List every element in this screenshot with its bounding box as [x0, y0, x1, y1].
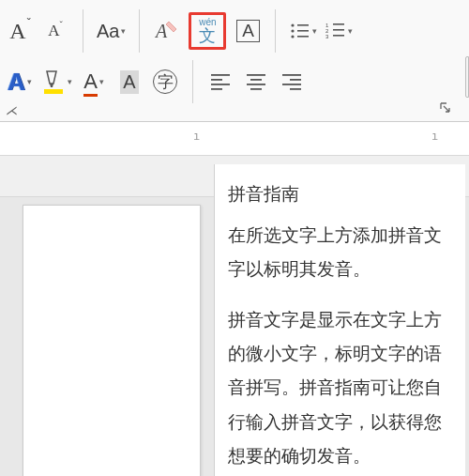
svg-rect-4	[297, 30, 309, 32]
chevron-down-icon: ▾	[348, 26, 353, 36]
svg-rect-14	[211, 74, 230, 76]
align-center-icon	[246, 73, 266, 90]
text-effects-button[interactable]: A ▾	[6, 66, 34, 98]
highlight-pen-icon	[41, 69, 66, 95]
shrink-font-icon: A	[48, 22, 59, 40]
tooltip-title: 拼音指南	[228, 177, 458, 211]
phonetic-guide-button[interactable]: wén 文	[189, 12, 226, 50]
bullets-button[interactable]: ▾	[289, 15, 317, 47]
caret-up-small-icon: ˇ	[59, 21, 62, 31]
svg-text:A: A	[154, 21, 168, 41]
chevron-down-icon: ▾	[27, 77, 32, 86]
separator	[139, 9, 140, 53]
numbering-button[interactable]: 1 2 3 ▾	[325, 15, 353, 47]
separator	[275, 9, 276, 53]
svg-rect-19	[250, 79, 262, 81]
ruler-tick: ı	[193, 130, 200, 143]
font-color-button[interactable]: A ▾	[80, 66, 108, 98]
chevron-down-icon: ▾	[99, 77, 104, 86]
align-right-button[interactable]	[278, 66, 306, 98]
align-center-button[interactable]	[242, 66, 270, 98]
svg-point-1	[291, 23, 294, 26]
align-left-button[interactable]	[206, 66, 234, 98]
svg-rect-2	[297, 24, 309, 26]
ruler-tick: ı	[431, 130, 438, 143]
svg-rect-20	[247, 84, 265, 85]
svg-rect-25	[290, 88, 301, 90]
ruler[interactable]: ı ı	[0, 122, 469, 160]
bullets-icon	[290, 22, 310, 40]
ribbon: A ˇ A ˇ Aa ▾ A wén 文 A	[0, 0, 469, 122]
highlight-button[interactable]: ▾	[41, 66, 72, 98]
separator	[83, 9, 83, 53]
ribbon-row-2: A ▾ ▾ A ▾ A 字	[0, 56, 469, 107]
svg-rect-16	[211, 84, 230, 85]
svg-point-3	[291, 29, 294, 32]
font-group-launcher-label: ⋌	[6, 103, 18, 117]
clear-formatting-button[interactable]: A	[153, 15, 181, 47]
svg-rect-17	[211, 88, 222, 90]
change-case-button[interactable]: Aa ▾	[97, 15, 126, 47]
clear-format-icon: A	[154, 19, 180, 43]
caret-up-icon: ˇ	[27, 17, 31, 30]
chevron-down-icon: ▾	[68, 77, 72, 86]
justify-button-edge[interactable]	[465, 56, 469, 98]
font-group-dialog-launcher[interactable]	[439, 101, 452, 115]
svg-rect-23	[290, 79, 301, 81]
grow-font-icon: A	[9, 19, 25, 44]
grow-font-button[interactable]: A ˇ	[6, 15, 34, 47]
align-left-icon	[210, 73, 231, 90]
svg-point-5	[291, 35, 294, 38]
align-right-icon	[281, 73, 302, 90]
font-color-icon: A	[83, 69, 98, 94]
svg-rect-10	[333, 29, 344, 31]
svg-rect-22	[282, 74, 301, 76]
svg-rect-15	[211, 79, 222, 81]
enclose-characters-button[interactable]: 字	[151, 66, 179, 98]
phonetic-guide-tooltip: 拼音指南 在所选文字上方添加拼音文字以标明其发音。 拼音文字是显示在文字上方的微…	[214, 164, 465, 476]
shrink-font-button[interactable]: A ˇ	[41, 15, 69, 47]
phonetic-bottom-label: 文	[199, 27, 216, 44]
separator	[192, 60, 193, 103]
enclose-icon: 字	[153, 69, 177, 94]
document-page[interactable]	[23, 205, 201, 476]
tooltip-paragraph: 拼音文字是显示在文字上方的微小文字，标明文字的语音拼写。拼音指南可让您自行输入拼…	[228, 303, 458, 472]
ribbon-row-1: A ˇ A ˇ Aa ▾ A wén 文 A	[0, 6, 469, 56]
text-effects-icon: A	[8, 68, 25, 97]
change-case-icon: Aa	[97, 21, 119, 42]
svg-rect-8	[333, 23, 344, 25]
svg-rect-18	[247, 74, 265, 76]
svg-rect-12	[333, 35, 344, 37]
svg-rect-21	[250, 88, 262, 90]
character-border-button[interactable]: A	[234, 15, 262, 47]
svg-text:3: 3	[325, 34, 329, 39]
svg-rect-13	[44, 89, 63, 94]
svg-rect-24	[282, 84, 301, 85]
tooltip-paragraph: 在所选文字上方添加拼音文字以标明其发音。	[228, 219, 458, 286]
svg-rect-6	[297, 36, 309, 38]
numbering-icon: 1 2 3	[325, 22, 346, 40]
char-border-icon: A	[236, 20, 260, 42]
dialog-launcher-icon	[439, 101, 452, 115]
chevron-down-icon: ▾	[121, 26, 126, 36]
character-shading-button[interactable]: A	[115, 66, 144, 98]
chevron-down-icon: ▾	[312, 26, 317, 36]
char-shade-icon: A	[120, 70, 138, 94]
